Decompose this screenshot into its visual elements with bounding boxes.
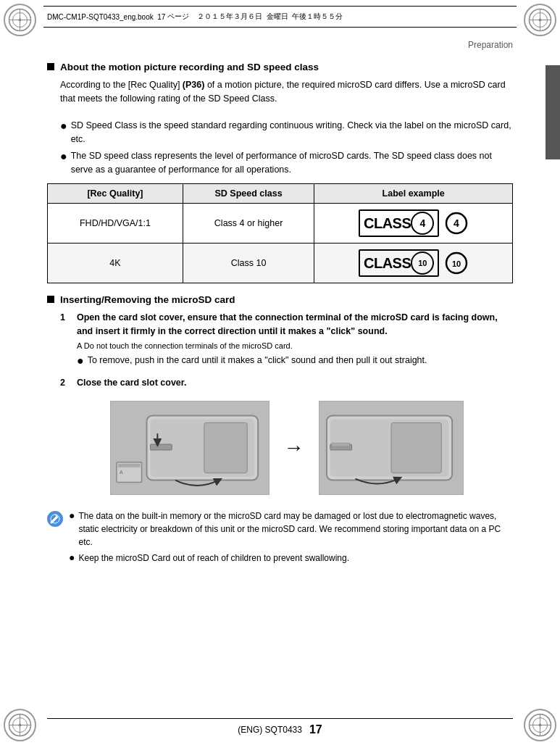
class10-c-icon: 10 bbox=[445, 251, 468, 275]
svg-rect-25 bbox=[117, 464, 140, 467]
step1: 1 Open the card slot cover, ensure that … bbox=[60, 311, 513, 370]
class10-number: 10 bbox=[411, 251, 434, 275]
svg-point-19 bbox=[539, 724, 542, 727]
step1-number: 1 bbox=[60, 311, 71, 325]
header-page: 17 bbox=[157, 13, 165, 21]
svg-point-4 bbox=[19, 19, 22, 22]
table-cell-label-fhd: CLASS 4 4 bbox=[314, 204, 513, 244]
footer-label: (ENG) SQT0433 bbox=[238, 725, 302, 735]
section1-intro: According to the [Rec Quality] (P36) of … bbox=[60, 78, 513, 106]
corner-decoration-tr bbox=[520, 0, 560, 40]
device-image-right bbox=[319, 401, 464, 495]
note-bullet-dot-2: ● bbox=[69, 552, 75, 565]
step2-text: Close the card slot cover. bbox=[77, 376, 513, 390]
bottom-footer: (ENG) SQT0433 17 bbox=[47, 718, 513, 736]
step1-note-a-text: A Do not touch the connection terminals … bbox=[77, 341, 293, 350]
section2-heading: Inserting/Removing the microSD card bbox=[47, 294, 513, 305]
section1-body: According to the [Rec Quality] (P36) of … bbox=[60, 78, 513, 176]
corner-decoration-br bbox=[520, 705, 560, 745]
images-row: A bbox=[60, 401, 513, 495]
note-section: ● The data on the built-in memory or the… bbox=[47, 506, 513, 571]
note-pencil-icon bbox=[49, 513, 61, 525]
table-cell-label-4k: CLASS 10 10 bbox=[314, 244, 513, 283]
class4-c-icon: 4 bbox=[445, 212, 468, 235]
device-illustration-right bbox=[319, 401, 463, 495]
class4-badge: CLASS 4 bbox=[359, 209, 439, 237]
step1-bullet: ● To remove, push in the card until it m… bbox=[77, 354, 513, 367]
section2-body: 1 Open the card slot cover, ensure that … bbox=[60, 311, 513, 495]
svg-rect-30 bbox=[150, 444, 172, 450]
section2-bullet-square bbox=[47, 296, 54, 303]
top-header: DMC-CM1P-SQT0433_eng.book 17 ページ ２０１５年３月… bbox=[43, 6, 517, 28]
step2: 2 Close the card slot cover. bbox=[60, 376, 513, 390]
step1-bullet-dot: ● bbox=[77, 354, 84, 367]
device-image-left: A bbox=[110, 401, 269, 495]
class4-label: CLASS 4 4 bbox=[320, 209, 506, 237]
header-time: 午後１時５５分 bbox=[292, 12, 343, 22]
section1-title: About the motion picture recording and S… bbox=[60, 62, 319, 72]
note-bullet1: ● The data on the built-in memory or the… bbox=[69, 509, 513, 549]
svg-rect-35 bbox=[331, 443, 349, 446]
table-header-sd-speed: SD Speed class bbox=[183, 184, 314, 204]
svg-point-9 bbox=[539, 19, 542, 22]
section1-bullet1: ● SD Speed Class is the speed standard r… bbox=[60, 119, 513, 146]
note-bullet1-text: The data on the built-in memory or the m… bbox=[78, 509, 513, 549]
note-icon bbox=[47, 511, 63, 527]
section1-bullet-square bbox=[47, 63, 54, 70]
sd-speed-table: [Rec Quality] SD Speed class Label examp… bbox=[47, 183, 513, 283]
svg-rect-29 bbox=[204, 423, 246, 473]
table-row-4k: 4K Class 10 CLASS 10 10 bbox=[48, 244, 513, 283]
step1-text: Open the card slot cover, ensure that th… bbox=[77, 311, 513, 338]
svg-rect-33 bbox=[391, 423, 441, 473]
svg-point-14 bbox=[19, 724, 22, 727]
bullet-dot-1: ● bbox=[60, 119, 67, 146]
table-header-rec-quality: [Rec Quality] bbox=[48, 184, 183, 204]
arrow-between-images: → bbox=[284, 433, 304, 463]
header-unit: ページ bbox=[167, 12, 189, 22]
table-cell-sd-speed-4k: Class 10 bbox=[183, 244, 314, 283]
section1-heading: About the motion picture recording and S… bbox=[47, 62, 513, 72]
note-bullet2-text: Keep the microSD Card out of reach of ch… bbox=[78, 552, 349, 565]
step2-number: 2 bbox=[60, 376, 71, 390]
table-row-fhd: FHD/HD/VGA/1:1 Class 4 or higher CLASS 4… bbox=[48, 204, 513, 244]
section1-bullet1-text: SD Speed Class is the speed standard reg… bbox=[71, 119, 513, 146]
table-cell-sd-speed-fhd: Class 4 or higher bbox=[183, 204, 314, 244]
class10-badge: CLASS 10 bbox=[359, 249, 439, 277]
header-day: 金曜日 bbox=[267, 12, 288, 22]
svg-text:4: 4 bbox=[454, 217, 459, 229]
step1-content: Open the card slot cover, ensure that th… bbox=[77, 311, 513, 370]
class10-text: CLASS bbox=[364, 255, 411, 272]
table-cell-rec-quality-4k: 4K bbox=[48, 244, 183, 283]
class10-label: CLASS 10 10 bbox=[320, 249, 506, 277]
section-label: Preparation bbox=[468, 40, 513, 50]
corner-decoration-tl bbox=[0, 0, 40, 40]
step1-bullet-text: To remove, push in the card until it mak… bbox=[88, 354, 427, 367]
svg-text:A: A bbox=[119, 470, 122, 475]
section2-title: Inserting/Removing the microSD card bbox=[60, 294, 235, 305]
right-sidebar-bar bbox=[546, 65, 560, 159]
header-year: ２０１５年３月６日 bbox=[197, 12, 262, 22]
note-content: ● The data on the built-in memory or the… bbox=[69, 509, 513, 567]
class4-text: CLASS bbox=[364, 215, 411, 232]
step1-note-a: A Do not touch the connection terminals … bbox=[77, 340, 513, 352]
corner-decoration-bl bbox=[0, 705, 40, 745]
svg-text:10: 10 bbox=[452, 259, 461, 268]
note-bullet-dot-1: ● bbox=[69, 509, 75, 549]
bullet-dot-2: ● bbox=[60, 149, 67, 177]
footer-page-number: 17 bbox=[309, 723, 322, 736]
section1-bullet2: ● The SD speed class represents the leve… bbox=[60, 149, 513, 177]
device-illustration-left: A bbox=[111, 401, 269, 495]
class4-number: 4 bbox=[411, 212, 434, 235]
step2-content: Close the card slot cover. bbox=[77, 376, 513, 390]
table-cell-rec-quality-fhd: FHD/HD/VGA/1:1 bbox=[48, 204, 183, 244]
table-header-label: Label example bbox=[314, 184, 513, 204]
note-bullet2: ● Keep the microSD Card out of reach of … bbox=[69, 552, 513, 565]
header-book-ref: DMC-CM1P-SQT0433_eng.book bbox=[47, 13, 154, 21]
main-content: About the motion picture recording and S… bbox=[47, 54, 513, 702]
section1-bullet2-text: The SD speed class represents the level … bbox=[71, 149, 513, 177]
